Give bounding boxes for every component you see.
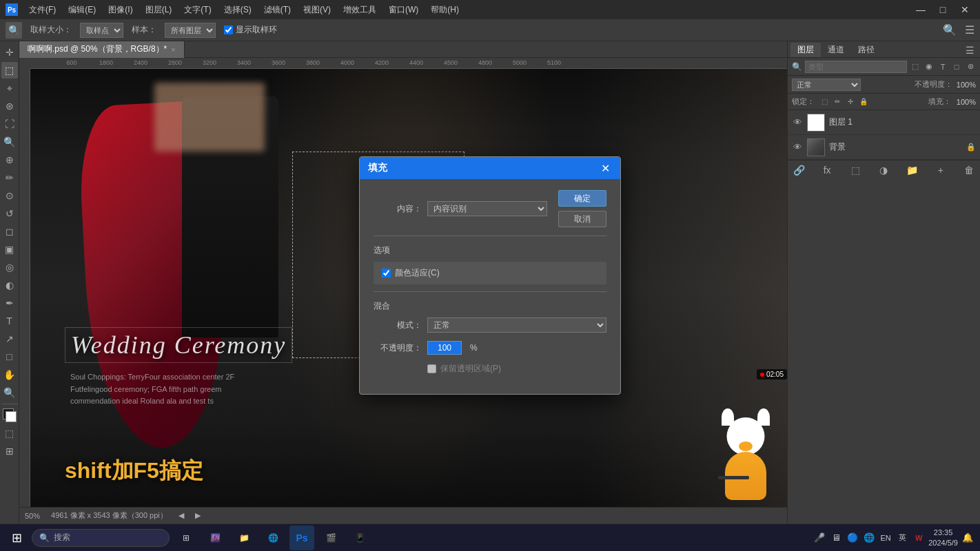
layer-delete-icon[interactable]: 🗑 xyxy=(962,163,976,177)
mode-select[interactable]: 正常 xyxy=(427,318,606,333)
path-select-tool[interactable]: ↗ xyxy=(1,331,18,347)
taskbar-fileexplorer[interactable]: 📁 xyxy=(232,526,256,550)
lock-pixels-icon[interactable]: ⬚ xyxy=(819,96,830,107)
pen-tool[interactable]: ✒ xyxy=(1,295,18,311)
rect-shape-tool[interactable]: □ xyxy=(1,349,18,365)
menu-plugins[interactable]: 增效工具 xyxy=(338,3,382,17)
taskbar-capcut[interactable]: 🎬 xyxy=(318,526,343,550)
menu-type[interactable]: 文字(T) xyxy=(178,3,216,17)
fill-dialog-close-button[interactable]: ✕ xyxy=(598,161,612,175)
selection-tool[interactable]: ⬚ xyxy=(1,62,18,79)
lock-all-icon[interactable]: 🔒 xyxy=(858,96,869,107)
pixel-filter-icon[interactable]: ⬚ xyxy=(910,61,921,72)
opacity-input[interactable]: 100 xyxy=(427,341,462,355)
layer-adjustment-icon[interactable]: ◑ xyxy=(877,163,890,177)
nav-arrow-right[interactable]: ▶ xyxy=(195,511,201,520)
layer-group-icon[interactable]: 📁 xyxy=(906,163,919,177)
type-tool[interactable]: T xyxy=(1,313,18,329)
nav-arrow-left[interactable]: ◀ xyxy=(178,511,184,520)
wps-icon[interactable]: W xyxy=(912,531,926,545)
network-icon[interactable]: 🌐 xyxy=(862,531,876,545)
menu-select[interactable]: 选择(S) xyxy=(218,3,257,17)
screen-mode-tool[interactable]: ⊞ xyxy=(1,443,18,459)
menu-help[interactable]: 帮助(H) xyxy=(425,3,465,17)
arrange-icon[interactable]: ☰ xyxy=(965,23,974,37)
tab-paths[interactable]: 路径 xyxy=(851,43,881,57)
quick-mask-tool[interactable]: ⬚ xyxy=(1,425,18,441)
crop-tool[interactable]: ⛶ xyxy=(1,116,18,132)
color-adapt-row[interactable]: 颜色适应(C) xyxy=(374,262,606,284)
menu-window[interactable]: 窗口(W) xyxy=(383,3,424,17)
smartobj-filter-icon[interactable]: ⊛ xyxy=(965,61,976,72)
layer-link-icon[interactable]: 🔗 xyxy=(792,163,806,177)
spot-heal-tool[interactable]: ⊕ xyxy=(1,152,18,168)
ime-icon[interactable]: 英 xyxy=(895,531,909,545)
history-brush-tool[interactable]: ↺ xyxy=(1,205,18,222)
layer-search-input[interactable] xyxy=(805,61,907,73)
sample-select[interactable]: 所有图层 xyxy=(165,23,216,38)
layer-add-icon[interactable]: + xyxy=(934,163,948,177)
move-tool[interactable]: ✛ xyxy=(1,44,18,61)
notification-icon[interactable]: 🔔 xyxy=(961,531,974,545)
taskbar-search[interactable]: 🔍 搜索 xyxy=(32,529,170,547)
quick-select-tool[interactable]: ⊛ xyxy=(1,98,18,114)
shape-filter-icon[interactable]: □ xyxy=(951,61,962,72)
menu-edit[interactable]: 编辑(E) xyxy=(63,3,101,17)
eyedropper-tool[interactable]: 🔍 xyxy=(1,134,18,150)
blend-mode-select[interactable]: 正常 xyxy=(792,79,861,91)
adjustment-filter-icon[interactable]: ◉ xyxy=(923,61,935,72)
preserve-checkbox[interactable] xyxy=(427,364,436,373)
content-select[interactable]: 内容识别 xyxy=(427,201,547,216)
show-ring-option[interactable]: 显示取样环 xyxy=(224,24,277,36)
blur-tool[interactable]: ◎ xyxy=(1,259,18,276)
foreground-color[interactable] xyxy=(1,407,18,424)
menu-filter[interactable]: 滤镜(T) xyxy=(258,3,296,17)
color-adapt-checkbox[interactable] xyxy=(382,269,391,278)
tab-layers[interactable]: 图层 xyxy=(790,43,821,57)
bluetooth-icon[interactable]: 🔵 xyxy=(846,531,859,545)
menu-file[interactable]: 文件(F) xyxy=(23,3,61,17)
eyedropper-tool-icon[interactable]: 🔍 xyxy=(6,22,22,39)
document-tab[interactable]: 啊啊啊.psd @ 50%（背景，RGB/8）* × xyxy=(19,41,185,58)
hand-tool[interactable]: ✋ xyxy=(1,366,18,383)
brush-tool[interactable]: ✏ xyxy=(1,169,18,186)
show-ring-checkbox[interactable] xyxy=(224,25,233,34)
gpu-icon[interactable]: 🖥 xyxy=(829,531,843,545)
fill-dialog-titlebar[interactable]: 填充 ✕ xyxy=(360,157,620,179)
lasso-tool[interactable]: ⌖ xyxy=(1,80,18,96)
tab-close-button[interactable]: × xyxy=(171,45,175,54)
dodge-tool[interactable]: ◐ xyxy=(1,277,18,293)
minimize-button[interactable]: — xyxy=(911,3,930,17)
taskbar-photoshop[interactable]: Ps xyxy=(289,526,314,550)
layer-fx-icon[interactable]: fx xyxy=(820,163,834,177)
search-icon[interactable]: 🔍 xyxy=(943,23,957,37)
gradient-tool[interactable]: ▣ xyxy=(1,241,18,258)
lock-artboard-icon[interactable]: ✛ xyxy=(845,96,856,107)
menu-layer[interactable]: 图层(L) xyxy=(140,3,178,17)
menu-view[interactable]: 视图(V) xyxy=(298,3,336,17)
lock-position-icon[interactable]: ✏ xyxy=(832,96,843,107)
menu-image[interactable]: 图像(I) xyxy=(103,3,138,17)
system-clock[interactable]: 23:35 2024/5/9 xyxy=(928,528,958,548)
layer-item[interactable]: 👁 背景 🔒 xyxy=(788,135,980,160)
taskview-button[interactable]: ⊞ xyxy=(174,526,198,550)
layer-visibility-icon[interactable]: 👁 xyxy=(792,117,803,128)
microphone-icon[interactable]: 🎤 xyxy=(813,531,826,545)
zoom-tool[interactable]: 🔍 xyxy=(1,384,18,401)
clone-tool[interactable]: ⊙ xyxy=(1,187,18,204)
layer-item[interactable]: 👁 图层 1 xyxy=(788,110,980,135)
taskbar-city-widget[interactable]: 🌆 xyxy=(203,526,227,550)
sample-size-select[interactable]: 取样点 xyxy=(80,23,123,38)
eraser-tool[interactable]: ◻ xyxy=(1,223,18,240)
language-en-icon[interactable]: EN xyxy=(879,531,892,545)
cancel-button[interactable]: 取消 xyxy=(558,211,606,227)
taskbar-browser[interactable]: 🌐 xyxy=(261,526,285,550)
tab-channels[interactable]: 通道 xyxy=(821,43,851,57)
start-button[interactable]: ⊞ xyxy=(6,527,28,549)
layer-mask-icon[interactable]: ⬚ xyxy=(848,163,862,177)
close-button[interactable]: ✕ xyxy=(955,3,974,17)
type-filter-icon[interactable]: T xyxy=(937,61,948,72)
maximize-button[interactable]: □ xyxy=(933,3,952,17)
ok-button[interactable]: 确定 xyxy=(558,190,606,207)
layer-visibility-icon[interactable]: 👁 xyxy=(792,142,803,153)
